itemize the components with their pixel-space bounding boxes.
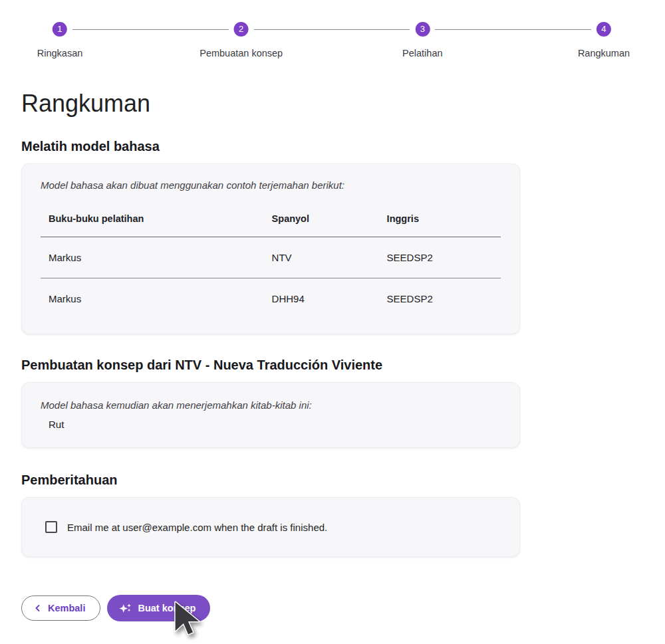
column-header-training-books: Buku-buku pelatihan [41, 200, 264, 237]
back-button-label: Kembali [48, 603, 85, 613]
chevron-left-icon [34, 604, 42, 612]
drafting-book-item: Rut [49, 419, 501, 430]
stepper-step-pembuatan-konsep[interactable]: 2 Pembuatan konsep [200, 22, 283, 58]
cell-target: SEEDSP2 [379, 278, 501, 320]
drafting-card: Model bahasa kemudian akan menerjemahkan… [21, 382, 520, 448]
step-number-badge: 1 [53, 22, 67, 37]
step-label: Rangkuman [578, 48, 630, 58]
notifications-card: Email me at user@example.com when the dr… [21, 497, 520, 557]
stepper-step-ringkasan[interactable]: 1 Ringkasan [37, 22, 83, 58]
training-section-heading: Melatih model bahasa [21, 138, 665, 154]
drafting-project-name: NTV - Nueva Traducción Viviente [175, 358, 382, 372]
training-card: Model bahasa akan dibuat menggunakan con… [21, 163, 520, 334]
step-number-badge: 3 [415, 22, 430, 37]
table-header-row: Buku-buku pelatihan Spanyol Inggris [41, 200, 501, 237]
drafting-intro-text: Model bahasa kemudian akan menerjemahkan… [41, 399, 501, 412]
stepper-connector [435, 29, 591, 30]
email-notification-option[interactable]: Email me at user@example.com when the dr… [45, 521, 327, 533]
back-button[interactable]: Kembali [21, 595, 100, 621]
training-books-table: Buku-buku pelatihan Spanyol Inggris Mark… [41, 200, 501, 319]
wizard-actions: Kembali Buat konsep [21, 595, 665, 621]
drafting-section-heading: Pembuatan konsep dari NTV - Nueva Traduc… [21, 357, 665, 373]
sparkle-icon [119, 602, 132, 615]
generate-draft-button-label: Buat konsep [138, 603, 196, 613]
email-notification-label[interactable]: Email me at user@example.com when the dr… [67, 522, 327, 533]
notifications-section-heading: Pemberitahuan [21, 472, 665, 488]
generate-draft-button[interactable]: Buat konsep [107, 595, 210, 621]
email-notification-checkbox[interactable] [45, 521, 57, 533]
step-number-badge: 4 [597, 22, 611, 37]
table-row: Markus NTV SEEDSP2 [41, 237, 501, 278]
step-label: Pelatihan [402, 48, 442, 58]
table-row: Markus DHH94 SEEDSP2 [41, 278, 501, 320]
step-number-badge: 2 [234, 22, 249, 37]
drafting-heading-prefix: Pembuatan konsep dari [21, 358, 175, 372]
column-header-target: Inggris [379, 200, 501, 237]
wizard-stepper: 1 Ringkasan 2 Pembuatan konsep 3 Pelatih… [21, 22, 628, 58]
cell-book: Markus [41, 237, 264, 278]
step-label: Ringkasan [37, 48, 83, 58]
training-intro-text: Model bahasa akan dibuat menggunakan con… [41, 179, 501, 192]
step-label: Pembuatan konsep [200, 48, 283, 58]
stepper-step-pelatihan[interactable]: 3 Pelatihan [402, 22, 442, 58]
column-header-source: Spanyol [264, 200, 379, 237]
cell-book: Markus [41, 278, 264, 320]
cell-source: DHH94 [264, 278, 379, 320]
cell-source: NTV [264, 237, 379, 278]
stepper-step-rangkuman[interactable]: 4 Rangkuman [578, 22, 630, 58]
cell-target: SEEDSP2 [379, 237, 501, 278]
page-title: Rangkuman [21, 90, 665, 117]
